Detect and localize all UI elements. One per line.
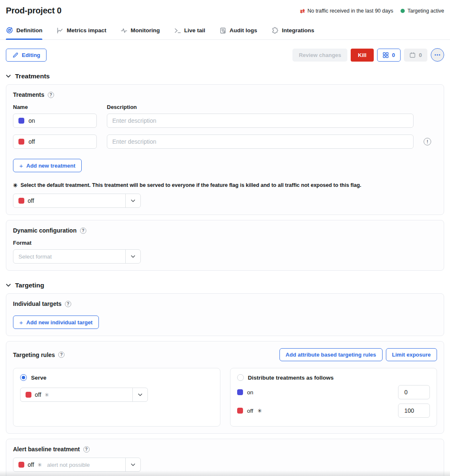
page-header: Prod-project 0 ⇄ No traffic received in … bbox=[6, 0, 444, 16]
treatment-name: off bbox=[247, 408, 253, 414]
targeting-section-header[interactable]: Targeting bbox=[6, 282, 444, 289]
tab-live-tail[interactable]: Live tail bbox=[174, 27, 205, 39]
add-attribute-rules-button[interactable]: Add attribute based targeting rules bbox=[279, 348, 383, 361]
tab-label: Monitoring bbox=[131, 27, 160, 34]
default-treatment-select[interactable]: off bbox=[13, 194, 141, 208]
serve-rule-card: Serve off ✳ bbox=[13, 368, 220, 427]
add-treatment-label: Add new treatment bbox=[26, 163, 75, 169]
chevron-down-icon bbox=[125, 458, 140, 471]
treatment-name: off bbox=[28, 138, 35, 145]
audit-log-icon bbox=[220, 27, 226, 34]
help-icon[interactable]: ? bbox=[58, 352, 65, 358]
default-marker-icon: ✳ bbox=[37, 462, 42, 468]
rollout-board-button[interactable]: 0 bbox=[377, 49, 401, 62]
treatment-description-input[interactable] bbox=[107, 135, 414, 149]
pulse-icon bbox=[121, 27, 127, 34]
card-title: Alert baseline treatment bbox=[13, 446, 80, 453]
targeting-status: Targeting active bbox=[401, 8, 444, 14]
chevron-down-icon bbox=[6, 284, 11, 287]
add-individual-target-button[interactable]: + Add new individual target bbox=[13, 316, 99, 329]
help-icon[interactable]: ? bbox=[80, 228, 86, 234]
distribute-radio-label: Distribute treatments as follows bbox=[248, 375, 334, 381]
help-icon[interactable]: ? bbox=[48, 92, 54, 98]
card-title: Individual targets bbox=[13, 300, 62, 307]
alert-baseline-card: Alert baseline treatment ? off ✳ alert n… bbox=[6, 439, 444, 476]
selected-treatment: off bbox=[28, 197, 122, 204]
target-icon bbox=[6, 27, 13, 34]
status-area: ⇄ No traffic received in the last 90 day… bbox=[300, 6, 444, 14]
section-title: Targeting bbox=[15, 282, 44, 289]
format-select[interactable]: Select format bbox=[13, 249, 141, 264]
help-icon[interactable]: ? bbox=[83, 446, 90, 453]
targeting-status-label: Targeting active bbox=[407, 8, 444, 14]
chevron-down-icon bbox=[125, 194, 140, 207]
grid-icon bbox=[383, 52, 389, 58]
card-title: Targeting rules bbox=[13, 352, 55, 358]
treatment-color-swatch bbox=[237, 389, 243, 395]
treatment-name-field[interactable]: on bbox=[13, 114, 97, 128]
limit-exposure-button[interactable]: Limit exposure bbox=[386, 348, 437, 361]
default-marker-icon: ✳ bbox=[257, 408, 262, 414]
dynamic-configuration-card: Dynamic configuration ? Format Select fo… bbox=[6, 220, 444, 271]
treatment-name-field[interactable]: off bbox=[13, 135, 97, 149]
individual-targets-card: Individual targets ? + Add new individua… bbox=[6, 293, 444, 336]
editing-button[interactable]: Editing bbox=[6, 49, 47, 62]
treatment-color-swatch bbox=[18, 198, 24, 204]
default-marker-icon: ✳ bbox=[13, 183, 18, 188]
tab-audit-logs[interactable]: Audit logs bbox=[220, 27, 257, 39]
serve-radio-label: Serve bbox=[31, 375, 47, 381]
treatment-color-swatch bbox=[18, 118, 24, 124]
tab-integrations[interactable]: Integrations bbox=[272, 27, 314, 39]
treatment-color-swatch bbox=[18, 139, 24, 145]
selected-treatment: off bbox=[35, 391, 41, 398]
more-options-button[interactable] bbox=[431, 48, 444, 62]
schedule-button[interactable]: 0 bbox=[404, 49, 427, 62]
format-label: Format bbox=[13, 240, 97, 246]
plus-icon: + bbox=[19, 319, 23, 326]
distribute-percent-input[interactable] bbox=[398, 404, 430, 418]
editing-label: Editing bbox=[22, 52, 40, 58]
alert-baseline-select[interactable]: off ✳ alert not possible bbox=[13, 458, 141, 472]
selected-treatment: off bbox=[28, 461, 34, 468]
description-column-label: Description bbox=[107, 104, 414, 110]
treatment-color-swatch bbox=[237, 408, 243, 414]
ellipsis-icon bbox=[434, 54, 440, 56]
alert-hint: alert not possible bbox=[45, 462, 122, 468]
terminal-icon bbox=[174, 27, 181, 34]
puzzle-icon bbox=[272, 27, 279, 34]
tab-metrics-impact[interactable]: Metrics impact bbox=[57, 27, 106, 39]
treatment-row: on bbox=[13, 114, 437, 128]
treatment-color-swatch bbox=[26, 392, 31, 398]
traffic-status-label: No traffic received in the last 90 days bbox=[308, 8, 393, 14]
serve-radio[interactable] bbox=[20, 374, 27, 381]
card-title: Dynamic configuration bbox=[13, 227, 77, 234]
distribute-percent-input[interactable] bbox=[398, 385, 430, 399]
treatments-section-header[interactable]: Treatments bbox=[6, 72, 444, 80]
pencil-icon bbox=[12, 52, 18, 58]
add-new-treatment-button[interactable]: + Add new treatment bbox=[13, 159, 82, 172]
chevron-down-icon bbox=[132, 388, 147, 401]
format-select-placeholder: Select format bbox=[18, 254, 122, 260]
distribute-radio[interactable] bbox=[237, 374, 244, 381]
toolbar: Editing Review changes Kill 0 bbox=[6, 48, 444, 62]
traffic-status: ⇄ No traffic received in the last 90 day… bbox=[300, 8, 393, 14]
tab-monitoring[interactable]: Monitoring bbox=[121, 27, 160, 39]
review-changes-button[interactable]: Review changes bbox=[292, 49, 347, 62]
targeting-rules-card: Targeting rules ? Add attribute based ta… bbox=[6, 341, 444, 434]
treatment-description-input[interactable] bbox=[107, 114, 414, 128]
tab-label: Audit logs bbox=[230, 27, 257, 34]
kill-button[interactable]: Kill bbox=[351, 49, 373, 62]
treatment-name: on bbox=[28, 117, 35, 124]
help-icon[interactable]: ? bbox=[65, 301, 71, 307]
serve-treatment-select[interactable]: off ✳ bbox=[20, 388, 148, 402]
tab-label: Metrics impact bbox=[67, 27, 106, 34]
treatment-row: off ! bbox=[13, 135, 437, 149]
tab-label: Integrations bbox=[282, 27, 314, 34]
calendar-icon bbox=[409, 52, 416, 58]
default-note-text: Select the default treatment. This treat… bbox=[21, 182, 361, 188]
default-treatment-note: ✳ Select the default treatment. This tre… bbox=[13, 182, 437, 188]
card-title: Treatments bbox=[13, 91, 44, 98]
warning-icon[interactable]: ! bbox=[424, 138, 431, 145]
tab-definition[interactable]: Definition bbox=[6, 27, 42, 39]
chevron-down-icon bbox=[6, 75, 11, 78]
